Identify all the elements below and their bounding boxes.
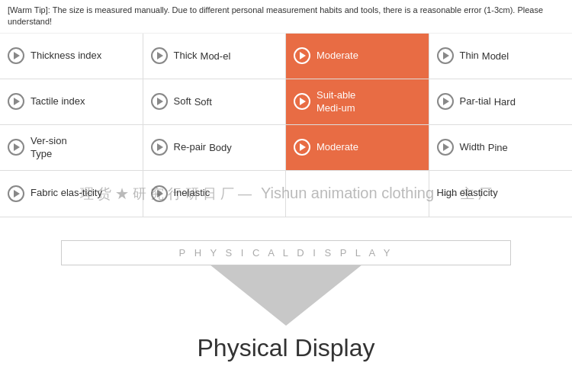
thin-play-btn[interactable] [437,47,454,64]
thick-play-btn[interactable] [151,47,168,64]
triangle-icon [210,265,362,326]
repair-play-btn[interactable] [151,139,168,156]
thickness-play-btn[interactable] [8,47,24,64]
soft-play-btn[interactable] [151,93,168,110]
physical-display-bar: P H Y S I C A L D I S P L A Y [61,240,511,265]
width-value: Pine [488,142,508,153]
warm-tip-text: [Warm Tip]: The size is measured manuall… [0,0,572,34]
thin-value: Model [482,50,509,62]
high-elasticity-label: High elasticity [437,187,498,200]
version-value: Type [31,148,67,160]
moderate-play-btn-2[interactable] [294,139,310,156]
soft-label: Soft [174,95,191,108]
physical-display-bar-text: P H Y S I C A L D I S P L A Y [179,247,394,259]
repair-label: Re-pair [174,141,207,154]
thickness-label: Thickness index [31,50,101,63]
suitable-play-btn[interactable] [294,93,310,110]
inelastic-label: Inelastic [174,187,210,200]
partial-hard-cell[interactable]: Par-tial Hard [429,79,573,125]
tactile-index-cell[interactable]: Tactile index [0,79,143,125]
empty-cell [286,171,429,217]
suitable-label: Suit-able [317,89,355,102]
version-type-cell[interactable]: Ver-sion Type [0,125,143,171]
suitable-medium-cell[interactable]: Suit-able Medi-um [286,79,429,125]
thin-label: Thin [460,50,479,63]
version-label: Ver-sion [31,135,67,148]
soft-value: Soft [194,96,212,108]
physical-display-section: P H Y S I C A L D I S P L A Y Physical D… [0,217,572,362]
suitable-value: Medi-um [317,102,355,114]
physical-display-title: Physical Display [0,334,572,362]
tactile-row: Tactile index Soft Soft Suit-able Medi-u… [0,79,572,125]
fabric-label: Fabric elas-ticity [31,187,102,200]
width-play-btn[interactable] [437,139,454,156]
thick-label: Thick [174,50,198,63]
width-label: Width [460,141,485,154]
moderate-cell-2[interactable]: Moderate [286,125,429,171]
repair-body-cell[interactable]: Re-pair Body [143,125,287,171]
soft-soft-cell[interactable]: Soft Soft [143,79,287,125]
thickness-index-cell[interactable]: Thickness index [0,34,143,79]
version-row: Ver-sion Type Re-pair Body Moderate Widt… [0,125,572,171]
moderate-label-2: Moderate [317,141,358,154]
thick-model-cell[interactable]: Thick Mod-el [143,34,287,79]
partial-label: Par-tial [460,95,491,108]
repair-value: Body [209,142,232,153]
tactile-play-btn[interactable] [8,93,24,110]
moderate-play-btn-1[interactable] [294,47,310,64]
thick-value: Mod-el [201,50,231,62]
partial-play-btn[interactable] [437,93,454,110]
fabric-play-btn[interactable] [8,185,24,202]
inelastic-cell[interactable]: Inelastic [143,171,287,217]
inelastic-play-btn[interactable] [151,185,168,202]
fabric-elasticity-cell[interactable]: Fabric elas-ticity [0,171,143,217]
partial-value: Hard [494,96,516,108]
high-elasticity-cell[interactable]: High elasticity [429,171,573,217]
width-pine-cell[interactable]: Width Pine [429,125,573,171]
moderate-label-1: Moderate [317,50,358,63]
tactile-label: Tactile index [31,95,85,108]
fabric-elasticity-row: Fabric elas-ticity Inelastic 理 货 ★ 研 究 行… [0,171,572,217]
thin-model-cell[interactable]: Thin Model [429,34,573,79]
moderate-cell-1[interactable]: Moderate [286,34,429,79]
version-play-btn[interactable] [8,139,24,156]
thickness-row: Thickness index Thick Mod-el Moderate Th… [0,34,572,79]
